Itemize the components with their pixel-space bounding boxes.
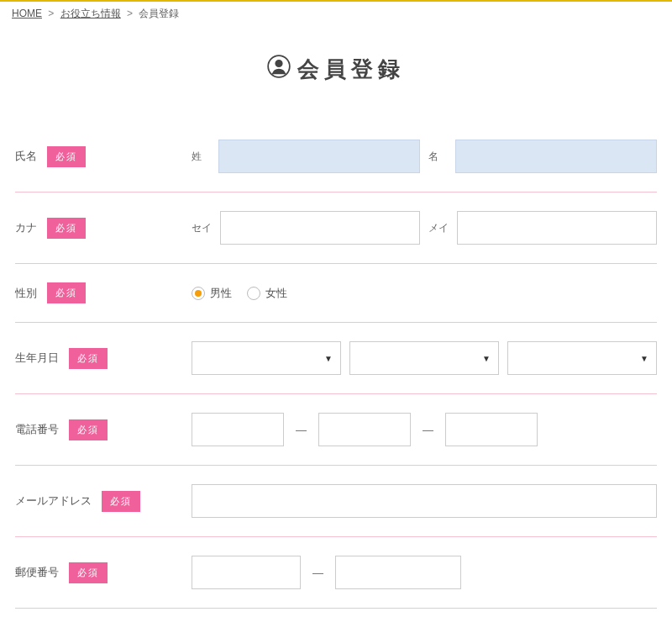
row-tel: 電話番号 必須 — — bbox=[15, 394, 657, 466]
breadcrumb-mid-link[interactable]: お役立ち情報 bbox=[60, 8, 121, 19]
input-firstname-kana[interactable] bbox=[457, 211, 657, 245]
breadcrumb: HOME > お役立ち情報 > 会員登録 bbox=[0, 2, 672, 26]
input-lastname-kana[interactable] bbox=[220, 211, 420, 245]
row-email: メールアドレス 必須 bbox=[15, 466, 657, 537]
radio-label-female: 女性 bbox=[265, 286, 287, 301]
label-kana: カナ bbox=[15, 220, 37, 235]
sublabel-sei: 姓 bbox=[192, 150, 210, 164]
breadcrumb-current: 会員登録 bbox=[139, 8, 179, 19]
required-badge: 必須 bbox=[102, 491, 140, 512]
radio-male[interactable]: 男性 bbox=[192, 286, 232, 301]
input-email[interactable] bbox=[192, 484, 657, 518]
label-gender: 性別 bbox=[15, 286, 37, 301]
tel-dash: — bbox=[292, 424, 310, 436]
breadcrumb-home-link[interactable]: HOME bbox=[12, 8, 42, 19]
select-birth-month[interactable] bbox=[349, 341, 499, 375]
select-birth-year[interactable] bbox=[192, 341, 341, 375]
sublabel-mei: 名 bbox=[428, 150, 447, 164]
input-firstname[interactable] bbox=[455, 140, 657, 173]
input-tel-1[interactable] bbox=[192, 413, 284, 446]
zip-dash: — bbox=[309, 567, 327, 579]
breadcrumb-separator: > bbox=[48, 8, 54, 19]
label-birth: 生年月日 bbox=[15, 351, 59, 366]
input-zip-2[interactable] bbox=[335, 556, 461, 589]
row-birth: 生年月日 必須 bbox=[15, 323, 657, 394]
label-name: 氏名 bbox=[15, 149, 37, 164]
row-gender: 性別 必須 男性 女性 bbox=[15, 264, 657, 323]
row-name: 氏名 必須 姓 名 bbox=[15, 121, 657, 192]
row-kana: カナ 必須 セイ メイ bbox=[15, 192, 657, 264]
sublabel-sei-kana: セイ bbox=[192, 221, 212, 235]
input-tel-3[interactable] bbox=[445, 413, 538, 446]
tel-dash: — bbox=[419, 424, 437, 436]
input-tel-2[interactable] bbox=[318, 413, 411, 446]
required-badge: 必須 bbox=[69, 419, 108, 440]
registration-form: 氏名 必須 姓 名 カナ 必須 セイ メイ 性別 必須 bbox=[0, 121, 672, 617]
input-lastname[interactable] bbox=[218, 140, 420, 173]
user-icon bbox=[267, 55, 291, 84]
radio-label-male: 男性 bbox=[210, 286, 232, 301]
select-birth-day[interactable] bbox=[507, 341, 657, 375]
input-zip-1[interactable] bbox=[192, 556, 301, 589]
required-badge: 必須 bbox=[69, 562, 108, 583]
required-badge: 必須 bbox=[47, 282, 86, 303]
radio-icon bbox=[192, 287, 205, 300]
breadcrumb-separator: > bbox=[127, 8, 133, 19]
page-title: 会員登録 bbox=[0, 55, 672, 84]
required-badge: 必須 bbox=[47, 146, 86, 167]
label-zip: 郵便番号 bbox=[15, 565, 59, 580]
label-tel: 電話番号 bbox=[15, 422, 59, 437]
page-title-text: 会員登録 bbox=[297, 55, 405, 84]
required-badge: 必須 bbox=[47, 218, 86, 239]
required-badge: 必須 bbox=[69, 348, 108, 369]
sublabel-mei-kana: メイ bbox=[428, 221, 449, 235]
radio-group-gender: 男性 女性 bbox=[192, 286, 287, 301]
svg-point-1 bbox=[276, 61, 281, 66]
row-zip: 郵便番号 必須 — bbox=[15, 537, 657, 609]
label-email: メールアドレス bbox=[15, 493, 92, 509]
radio-icon bbox=[247, 287, 260, 300]
radio-female[interactable]: 女性 bbox=[247, 286, 287, 301]
